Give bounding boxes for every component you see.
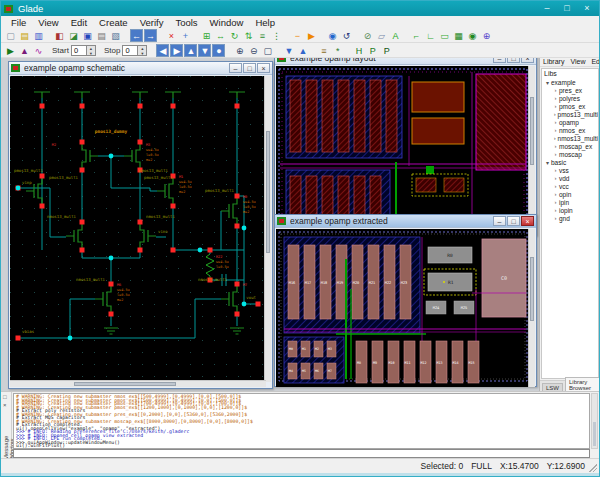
tree-item[interactable]: ›moscap [544,150,598,158]
message-window-tab[interactable]: □ × Message Window [1,392,12,460]
console-scrollbar[interactable] [591,393,598,449]
vertical-scrollbar[interactable] [264,76,271,382]
properties-icon[interactable]: ⋮ [270,29,283,42]
lvs-icon[interactable]: * [331,44,344,57]
menu-window[interactable]: Window [204,17,250,28]
world-view-icon[interactable]: ◉ [326,29,339,42]
minimize-icon[interactable]: – [537,1,557,16]
menu-edit[interactable]: Edit [65,17,93,28]
save-icon[interactable]: ▥ [32,29,45,42]
resize-grip[interactable] [589,464,597,472]
layout-window-titlebar[interactable]: example opamp layout – □ × [275,58,536,65]
note-icon[interactable]: ▱ [375,29,388,42]
start-spinbox[interactable]: Start 0 ▴▾ [52,45,96,56]
tree-item[interactable]: ›iopin [544,206,598,214]
stretch-icon[interactable]: ↔ [214,29,227,42]
tree-item[interactable]: ›vdd [544,174,598,182]
capture-icon[interactable]: ▧ [109,29,122,42]
stop-stepper[interactable]: ▴▾ [138,45,147,56]
pan-down-icon[interactable]: ▼ [198,44,211,57]
tree-item[interactable]: ›moscap_ex [544,142,598,150]
menu-tools[interactable]: Tools [169,17,203,28]
tree-item-basic[interactable]: ▾basic [544,158,598,166]
minimize-icon[interactable]: – [493,216,506,226]
hierarchy-h-icon[interactable]: H [352,44,365,57]
extracted-window[interactable]: example opamp extracted – □ × [274,214,537,387]
tree-item[interactable]: ›opin [544,190,598,198]
flip-icon[interactable]: ⇅ [242,29,255,42]
down-arrow-icon[interactable]: ▾ [138,51,146,56]
stop-value[interactable]: 0 [122,45,138,56]
probe-p2-icon[interactable]: P [380,44,393,57]
redo-icon[interactable]: → [144,29,157,42]
restore-icon[interactable]: □ [507,216,520,226]
start-stepper[interactable]: ▴▾ [87,45,96,56]
netlist-icon[interactable]: ▲ [18,44,31,57]
fit-view-icon[interactable]: ● [212,44,225,57]
instance-icon[interactable]: ⊕ [480,29,493,42]
float-panel-icon[interactable]: □ [3,394,7,400]
menu-file[interactable]: File [5,17,32,28]
waveform-icon[interactable]: ∿ [32,44,45,57]
close-icon[interactable]: × [577,1,597,16]
down-arrow-icon[interactable]: ▾ [87,51,95,56]
no-edit-icon[interactable]: ⊘ [361,29,374,42]
close-icon[interactable]: × [521,216,534,226]
pan-right-icon[interactable]: ▶ [170,44,183,57]
layout-window[interactable]: example opamp layout – □ × [274,58,537,236]
tree-item[interactable]: ›pres_ex [544,86,598,94]
ruler-icon[interactable]: − [291,29,304,42]
move-icon[interactable]: + [179,29,192,42]
tree-item[interactable]: ›nmos_ex [544,126,598,134]
vertical-scrollbar[interactable] [528,66,535,236]
tree-item[interactable]: ›nmos13_multi [544,134,598,142]
layer-stack-icon[interactable]: ≡ [317,44,330,57]
library-menu-view[interactable]: View [567,58,588,65]
close-panel-icon[interactable]: × [3,402,7,408]
import-icon[interactable]: ◧ [53,29,66,42]
delete-icon[interactable]: × [165,29,178,42]
extracted-window-titlebar[interactable]: example opamp extracted – □ × [275,215,536,228]
menu-verify[interactable]: Verify [134,17,170,28]
start-value[interactable]: 0 [71,45,87,56]
undo-icon[interactable]: ← [130,29,143,42]
schematic-window-titlebar[interactable]: example opamp schematic – □ × [9,62,272,75]
restore-icon[interactable]: □ [243,63,256,73]
zoom-box-icon[interactable]: ▢ [261,44,274,57]
console-log[interactable]: # WARNING: Creating new submaster nmos_e… [13,393,590,449]
descend-hier-icon[interactable]: ▼ [282,44,295,57]
polygon-icon[interactable]: ∟ [424,29,437,42]
tree-item[interactable]: ›vcc [544,182,598,190]
zoom-out-icon[interactable]: ⊖ [247,44,260,57]
rotate-icon[interactable]: ↻ [228,29,241,42]
schematic-canvas[interactable]: pmos13_dummy pmos13_multi pmos13_multi p… [10,76,266,382]
via-icon[interactable]: ▦ [452,29,465,42]
titlebar[interactable]: Glade – □ × [1,1,599,16]
menu-view[interactable]: View [32,17,64,28]
schematic-window[interactable]: example opamp schematic – □ × [8,61,273,389]
measure-icon[interactable]: ▶ [305,29,318,42]
tree-item[interactable]: ›vss [544,166,598,174]
ascend-hier-icon[interactable]: ▲ [296,44,309,57]
align-icon[interactable]: ≡ [256,29,269,42]
minimize-icon[interactable]: – [493,58,506,63]
minimize-icon[interactable]: – [229,63,242,73]
close-icon[interactable]: × [521,58,534,63]
tree-item-example[interactable]: ▾example [544,78,598,86]
tree-item[interactable]: ›opamp [544,118,598,126]
path-icon[interactable]: ⌐ [410,29,423,42]
library-menu-library[interactable]: Library [540,58,567,65]
new-icon[interactable]: ▢ [4,29,17,42]
horizontal-scrollbar[interactable] [10,380,266,387]
tree-item[interactable]: ›ipin [544,198,598,206]
stop-spinbox[interactable]: Stop 0 ▴▾ [104,45,147,56]
tree-item[interactable]: ›pmos_ex [544,102,598,110]
layout-canvas[interactable] [276,66,530,236]
copy-icon[interactable]: ⊞ [200,29,213,42]
vertical-scrollbar[interactable] [528,229,535,387]
maximize-icon[interactable]: □ [557,1,577,16]
print-icon[interactable]: ▤ [95,29,108,42]
pan-up-icon[interactable]: ▲ [184,44,197,57]
menu-help[interactable]: Help [249,17,281,28]
extracted-canvas[interactable]: M16M17 M18M19 M20M21 M22M23 R0 R1 C0 M24 [276,229,530,387]
